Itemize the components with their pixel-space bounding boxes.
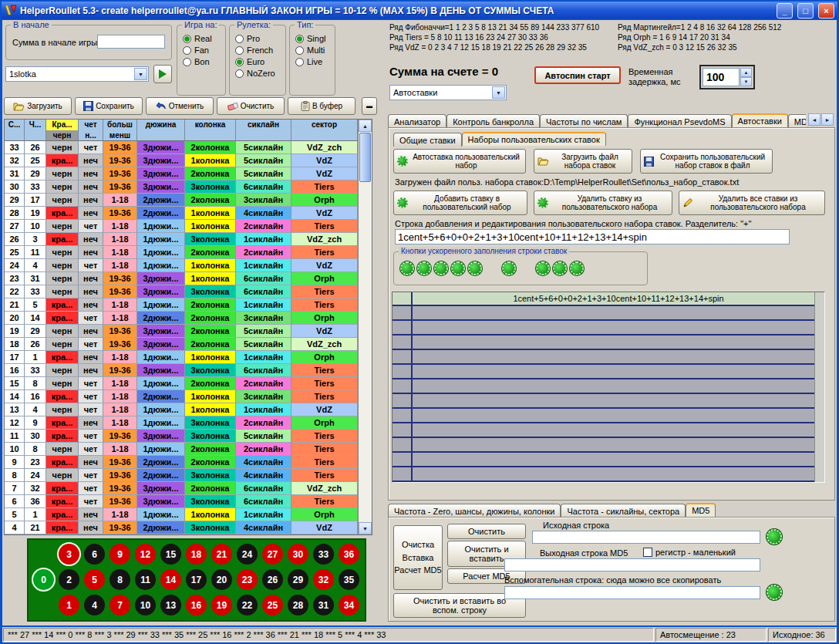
roulette-number-23[interactable]: 23 — [237, 569, 258, 590]
minimize-button[interactable]: _ — [777, 3, 793, 19]
roulette-number-0[interactable]: 0 — [33, 569, 54, 590]
bet-list-row[interactable] — [393, 335, 824, 350]
title-bar[interactable]: HelperRoullet 5.3- create helperroullet@… — [2, 2, 837, 20]
autospin-start-button[interactable]: Автоспин старт — [534, 66, 621, 84]
roulette-number-16[interactable]: 16 — [186, 595, 207, 615]
delay-value[interactable]: 100 — [703, 68, 740, 86]
bet-list-row[interactable] — [393, 423, 824, 438]
clear-button[interactable]: Очистить — [217, 97, 285, 115]
quick-chip-button[interactable] — [400, 261, 414, 275]
roulette-number-25[interactable]: 25 — [262, 595, 283, 615]
copy-buffer-button[interactable]: В буфер — [288, 97, 355, 115]
minus-button[interactable]: ▬ — [362, 97, 377, 115]
roulette-number-8[interactable]: 8 — [110, 569, 130, 590]
spin-row[interactable]: 1826чернчет19-363дюжи...2колонка5сиклайн… — [5, 338, 358, 351]
roulette-number-2[interactable]: 2 — [59, 569, 79, 590]
roulette-number-21[interactable]: 21 — [211, 544, 232, 565]
roulette-number-26[interactable]: 26 — [262, 569, 283, 590]
md5-case-checkbox[interactable]: регистр - маленький — [643, 548, 736, 557]
roulette-number-15[interactable]: 15 — [160, 544, 181, 565]
begin-sum-input[interactable] — [97, 35, 165, 49]
spin-row[interactable]: 732кра...чет19-363дюжи...2колонка6сиклай… — [5, 482, 358, 495]
spinner-down-icon[interactable]: ▼ — [740, 77, 752, 86]
bet-list-row[interactable] — [393, 306, 824, 321]
md5-source-chip-button[interactable] — [767, 529, 782, 545]
spin-row[interactable]: 636кра...чет19-363дюжи...3колонка6сиклай… — [5, 495, 358, 508]
spin-row[interactable]: 2511черннеч1-181дюжи...2колонка2сиклайнT… — [5, 246, 358, 259]
spin-row[interactable]: 421кра...неч19-362дюжи...3колонка4сиклай… — [5, 521, 358, 534]
roulette-number-14[interactable]: 14 — [160, 569, 181, 590]
tab[interactable]: Частота - сиклайны, сектора — [561, 504, 686, 518]
roulette-number-24[interactable]: 24 — [237, 544, 258, 565]
roulette-number-20[interactable]: 20 — [211, 569, 232, 590]
save-button[interactable]: Сохранить — [75, 97, 143, 115]
tab[interactable]: Функционал PsevdoMS — [628, 114, 731, 127]
spin-row[interactable]: 129кра...неч1-181дюжи...3колонка2сиклайн… — [5, 416, 358, 430]
autobets-combo[interactable]: Автоставки ▼ — [389, 85, 507, 100]
roulette-number-9[interactable]: 9 — [110, 544, 130, 565]
bet-list-row[interactable] — [393, 438, 824, 453]
quick-chip-button[interactable] — [434, 261, 448, 275]
spin-row[interactable]: 2233черннеч19-363дюжи...3колонка6сиклайн… — [5, 285, 358, 298]
maximize-button[interactable]: □ — [797, 3, 814, 19]
radio-french[interactable]: French — [235, 46, 275, 55]
undo-button[interactable]: Отменить — [146, 97, 214, 115]
roulette-number-1[interactable]: 1 — [59, 595, 79, 615]
scroll-track[interactable] — [359, 183, 372, 522]
roulette-number-5[interactable]: 5 — [84, 569, 105, 590]
spin-row[interactable]: 3225кра...неч19-363дюжи...1колонка5сикла… — [5, 154, 358, 167]
table-scrollbar[interactable]: ▲ ▼ — [358, 120, 372, 534]
roulette-number-6[interactable]: 6 — [84, 544, 105, 565]
spin-row[interactable]: 2710чернчет1-181дюжи...1колонка2сиклайнT… — [5, 220, 358, 233]
md5-aux-input[interactable] — [504, 586, 760, 599]
load-button[interactable]: Загрузить — [4, 97, 72, 115]
roulette-number-33[interactable]: 33 — [313, 544, 334, 565]
spin-row[interactable]: 158чернчет1-181дюжи...2колонка2сиклайнTi… — [5, 377, 358, 390]
tab-scroll-right-icon[interactable]: ► — [821, 113, 834, 126]
spin-row[interactable]: 108чернчет1-181дюжи...2колонка2сиклайнTi… — [5, 443, 358, 456]
roulette-number-17[interactable]: 17 — [186, 569, 207, 590]
quick-chip-button[interactable] — [502, 261, 516, 275]
spin-row[interactable]: 215кра...неч1-181дюжи...2колонка1сиклайн… — [5, 298, 358, 312]
radio-pro[interactable]: Pro — [235, 34, 275, 43]
autobet-user-set-button[interactable]: Автоставка пользовательский набор — [393, 149, 526, 174]
chevron-down-icon[interactable]: ▼ — [492, 86, 505, 99]
bet-list-row[interactable] — [393, 409, 824, 423]
add-bet-button[interactable]: Добавить ставку в пользовательский набор — [393, 191, 527, 215]
spin-row[interactable]: 1929черннеч19-363дюжи...2колонка5сиклайн… — [5, 325, 358, 338]
tab[interactable]: Частота - Zero, шансы, дюжины, колонки — [388, 504, 561, 518]
bet-list-row[interactable] — [393, 321, 824, 335]
load-bet-file-button[interactable]: Загрузить файл набора ставок — [534, 149, 632, 174]
md5-clear-paste-calc-button[interactable]: Очистка Вставка Расчет MD5 — [393, 525, 443, 590]
quick-chip-button[interactable] — [417, 261, 431, 275]
roulette-number-32[interactable]: 32 — [313, 569, 334, 590]
spin-row[interactable]: 263кра...неч1-181дюжи...3колонка1сиклайн… — [5, 233, 358, 246]
roulette-number-7[interactable]: 7 — [110, 595, 130, 615]
spin-row[interactable]: 2331черннеч19-363дюжи...1колонка6сиклайн… — [5, 272, 358, 285]
spin-row[interactable]: 3326чернчет19-363дюжи...2колонка5сиклайн… — [5, 141, 358, 154]
scroll-up-icon[interactable]: ▲ — [359, 120, 372, 132]
quick-chip-button[interactable] — [553, 261, 567, 275]
roulette-number-30[interactable]: 30 — [288, 544, 308, 565]
radio-euro[interactable]: Euro — [235, 57, 275, 66]
scroll-thumb[interactable] — [359, 133, 371, 182]
roulette-number-34[interactable]: 34 — [339, 595, 359, 615]
md5-aux-chip-button[interactable] — [767, 585, 782, 600]
spin-row[interactable]: 3033черннеч19-363дюжи...3колонка6сиклайн… — [5, 180, 358, 194]
tab[interactable]: Автоставки — [732, 113, 788, 127]
roulette-number-28[interactable]: 28 — [288, 595, 308, 615]
spin-row[interactable]: 1416кра...чет1-182дюжи...1колонка3сиклай… — [5, 390, 358, 403]
spin-row[interactable]: 2819кра...неч19-362дюжи...1колонка4сикла… — [5, 207, 358, 220]
spin-row[interactable]: 3129черннеч19-363дюжи...2колонка5сиклайн… — [5, 167, 358, 180]
radio-multi[interactable]: Multi — [295, 46, 325, 55]
spin-row[interactable]: 244чернчет1-181дюжи...1колонка1сиклайнVd… — [5, 259, 358, 272]
md5-source-input[interactable] — [532, 531, 760, 544]
bet-list-row[interactable] — [393, 394, 824, 409]
roulette-number-11[interactable]: 11 — [135, 569, 156, 590]
radio-live[interactable]: Live — [295, 57, 325, 66]
spin-row[interactable]: 171кра...неч1-181дюжи...1колонка1сиклайн… — [5, 351, 358, 364]
remove-all-bets-button[interactable]: Удалить все ставки из пользовательского … — [679, 191, 825, 215]
spin-row[interactable]: 1130кра...чет19-363дюжи...3колонка5сикла… — [5, 430, 358, 443]
slot-combo[interactable]: 1slotka ▼ — [5, 66, 149, 82]
roulette-number-27[interactable]: 27 — [262, 544, 283, 565]
